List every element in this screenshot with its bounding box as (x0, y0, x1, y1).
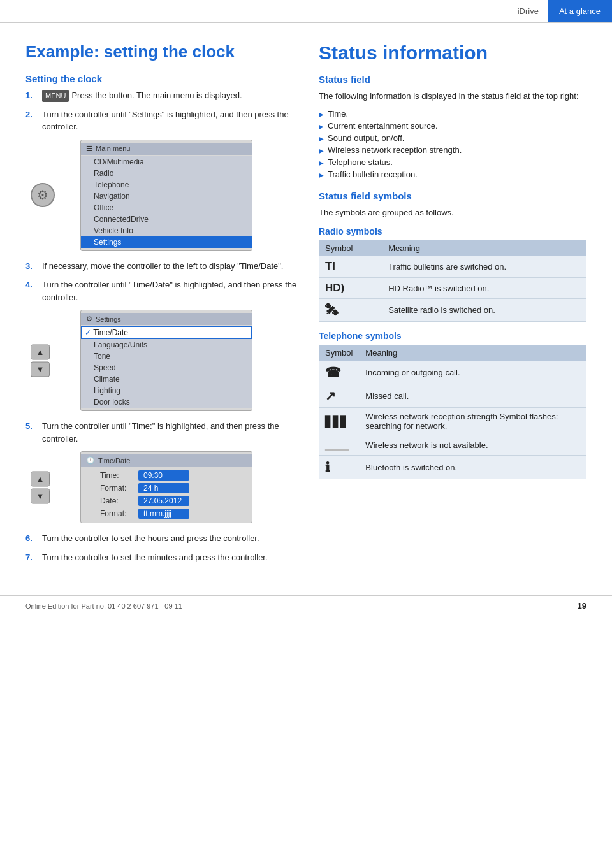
step-2: 2. Turn the controller until "Settings" … (26, 108, 300, 133)
table-row: ☎ Incoming or outgoing call. (319, 361, 586, 384)
menu-item-office: Office (81, 202, 252, 213)
page-title: Example: setting the clock (26, 42, 300, 62)
table-row: ↗ Missed call. (319, 384, 586, 408)
timedate-nav-down[interactable]: ▼ (31, 488, 50, 503)
nav-arrow-up[interactable]: ▲ (31, 344, 50, 359)
menu-button-icon: MENU (42, 90, 69, 102)
step-6-num: 6. (26, 532, 37, 545)
step-7-num: 7. (26, 551, 37, 564)
step-2-num: 2. (26, 108, 37, 133)
radio-symbols-title: Radio symbols (319, 226, 586, 236)
bullet-arrow-5: ▶ (319, 159, 324, 166)
radio-symbol-hd: HD) (319, 278, 382, 299)
left-column: Example: setting the clock Setting the c… (26, 42, 300, 570)
timedate-row-date: Date: 27.05.2012 (81, 495, 252, 507)
status-item-traffic: ▶ Traffic bulletin reception. (319, 168, 586, 180)
telephone-symbol-call: ☎ (319, 361, 359, 384)
menu-item-vehicleinfo: Vehicle Info (81, 225, 252, 236)
step-6: 6. Turn the controller to set the hours … (26, 532, 300, 545)
step-3-num: 3. (26, 260, 37, 273)
table-row: ℹ Bluetooth is switched on. (319, 456, 586, 479)
telephone-symbols-title: Telephone symbols (319, 331, 586, 341)
timedate-icon: 🕐 (86, 456, 95, 465)
status-field-desc: The following information is displayed i… (319, 90, 586, 103)
timedate-menu-container: 🕐 Time/Date Time: 09:30 Format: 24 h Dat… (26, 451, 300, 523)
step-1-num: 1. (26, 89, 37, 102)
settings-item-speed: Speed (81, 362, 252, 373)
menu-item-navigation: Navigation (81, 191, 252, 202)
step-2-text: Turn the controller until "Settings" is … (42, 108, 300, 133)
header-ataglance-label: At a glance (548, 0, 612, 22)
step-7: 7. Turn the controller to set the minute… (26, 551, 300, 564)
settings-menu-box: ⚙ Settings ✓ Time/Date Language/Units To… (80, 310, 252, 411)
settings-item-climate: Climate (81, 373, 252, 385)
step-1-text: MENUPress the button. The main menu is d… (42, 89, 300, 102)
timedate-row-time: Time: 09:30 (81, 469, 252, 482)
menu-item-radio: Radio (81, 168, 252, 179)
main-menu-header: ☰ Main menu (81, 143, 252, 155)
page-number: 19 (578, 601, 586, 611)
radio-symbols-table: Symbol Meaning TI Traffic bulletins are … (319, 240, 586, 322)
bullet-arrow-4: ▶ (319, 147, 324, 154)
step-6-text: Turn the controller to set the hours and… (42, 532, 300, 545)
step-4-num: 4. (26, 278, 37, 303)
telephone-meaning-signal: Wireless network reception strength Symb… (359, 408, 586, 435)
table-row: HD) HD Radio™ is switched on. (319, 278, 586, 299)
bullet-arrow-1: ▶ (319, 111, 324, 118)
radio-symbol-satellite: 🛰 (319, 299, 382, 322)
step-7-text: Turn the controller to set the minutes a… (42, 551, 300, 564)
status-field-list: ▶ Time. ▶ Current entertainment source. … (319, 108, 586, 180)
radio-table-col1: Symbol (319, 240, 382, 256)
radio-meaning-hd: HD Radio™ is switched on. (382, 278, 586, 299)
checkmark-icon: ✓ (85, 328, 93, 337)
settings-item-lighting: Lighting (81, 385, 252, 396)
setting-clock-title: Setting the clock (26, 73, 300, 84)
menu-item-connecteddrive: ConnectedDrive (81, 213, 252, 225)
step-3: 3. If necessary, move the controller to … (26, 260, 300, 273)
table-row: ▋▋▋ Wireless network reception strength … (319, 408, 586, 435)
timedate-nav-up[interactable]: ▲ (31, 471, 50, 486)
settings-item-timedate: ✓ Time/Date (81, 326, 252, 339)
menu-item-telephone: Telephone (81, 179, 252, 191)
settings-menu-box-wrapper: ⚙ Settings ✓ Time/Date Language/Units To… (64, 310, 300, 411)
radio-table-col2: Meaning (382, 240, 586, 256)
step-5: 5. Turn the controller until "Time:" is … (26, 420, 300, 445)
settings-item-languageunits: Language/Units (81, 339, 252, 351)
table-row: ▁▁▁ Wireless network is not available. (319, 435, 586, 456)
table-row: TI Traffic bulletins are switched on. (319, 256, 586, 278)
timedate-row-format1: Format: 24 h (81, 482, 252, 495)
settings-menu-container: ⚙ Settings ✓ Time/Date Language/Units To… (26, 310, 300, 411)
page-footer: Online Edition for Part no. 01 40 2 607 … (0, 595, 612, 616)
telephone-table-col2: Meaning (359, 345, 586, 361)
telephone-meaning-missed: Missed call. (359, 384, 586, 408)
step-4-text: Turn the controller until "Time/Date" is… (42, 278, 300, 303)
bullet-arrow-2: ▶ (319, 123, 324, 130)
timedate-box: 🕐 Time/Date Time: 09:30 Format: 24 h Dat… (80, 451, 252, 523)
main-menu-box-wrapper: ☰ Main menu CD/Multimedia Radio Telephon… (64, 140, 300, 251)
step-1: 1. MENUPress the button. The main menu i… (26, 89, 300, 102)
telephone-symbols-table: Symbol Meaning ☎ Incoming or outgoing ca… (319, 345, 586, 479)
telephone-symbol-bluetooth: ℹ (319, 456, 359, 479)
status-field-symbols-title: Status field symbols (319, 191, 586, 201)
step-4: 4. Turn the controller until "Time/Date"… (26, 278, 300, 303)
menu-item-cdmultimedia: CD/Multimedia (81, 156, 252, 168)
footer-text: Online Edition for Part no. 01 40 2 607 … (26, 602, 182, 610)
table-row: 🛰 Satellite radio is switched on. (319, 299, 586, 322)
main-menu-icon: ☰ (86, 145, 92, 153)
settings-menu-header: ⚙ Settings (81, 313, 252, 325)
step-5-text: Turn the controller until "Time:" is hig… (42, 420, 300, 445)
status-item-time: ▶ Time. (319, 108, 586, 120)
header-idrive-label: iDrive (509, 0, 548, 22)
timedate-header: 🕐 Time/Date (81, 454, 252, 467)
status-field-symbols-desc: The symbols are grouped as follows. (319, 206, 586, 219)
status-item-wireless: ▶ Wireless network reception strength. (319, 144, 586, 156)
nav-arrow-down[interactable]: ▼ (31, 361, 50, 377)
radio-meaning-ti: Traffic bulletins are switched on. (382, 256, 586, 278)
page-header: iDrive At a glance (0, 0, 612, 23)
gear-icon: ⚙ (31, 183, 55, 207)
status-information-title: Status information (319, 42, 586, 64)
telephone-meaning-nosignal: Wireless network is not available. (359, 435, 586, 456)
step-3-text: If necessary, move the controller to the… (42, 260, 300, 273)
main-menu-container: ☰ Main menu CD/Multimedia Radio Telephon… (26, 140, 300, 251)
main-content: Example: setting the clock Setting the c… (0, 23, 612, 582)
